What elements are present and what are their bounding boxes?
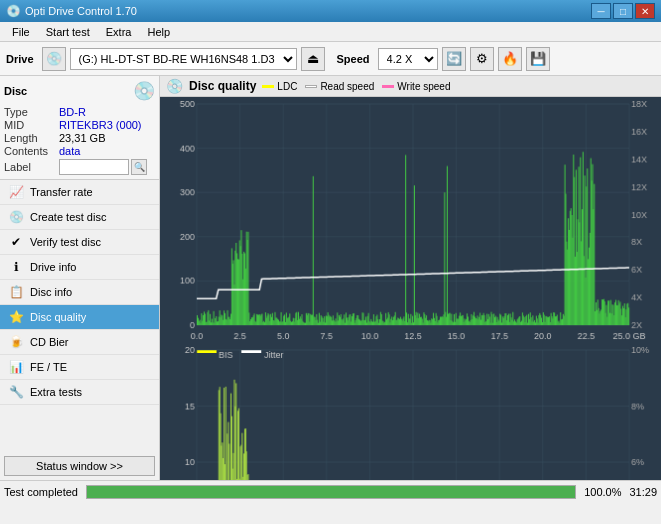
create-test-disc-icon: 💿 [8,210,24,224]
settings-btn[interactable]: ⚙ [470,47,494,71]
disc-label-label: Label [4,161,59,173]
drive-toolbar: Drive 💿 (G:) HL-DT-ST BD-RE WH16NS48 1.D… [0,42,661,76]
fe-te-icon: 📊 [8,360,24,374]
sidebar-nav: 📈 Transfer rate 💿 Create test disc ✔ Ver… [0,180,159,452]
disc-label-input[interactable] [59,159,129,175]
disc-type-value: BD-R [59,106,86,118]
drive-icon-btn[interactable]: 💿 [42,47,66,71]
legend-write-speed: Write speed [382,81,450,92]
status-window-button[interactable]: Status window >> [4,456,155,476]
nav-create-test-disc-label: Create test disc [30,211,106,223]
close-button[interactable]: ✕ [635,3,655,19]
nav-cd-bier-label: CD Bier [30,336,69,348]
legend-ldc: LDC [262,81,297,92]
top-chart [162,99,659,345]
legend-ldc-label: LDC [277,81,297,92]
disc-contents-row: Contents data [4,145,155,157]
nav-transfer-rate[interactable]: 📈 Transfer rate [0,180,159,205]
chart-area: 💿 Disc quality LDC Read speed Write spee… [160,76,661,480]
nav-disc-quality-label: Disc quality [30,311,86,323]
disc-quality-icon: ⭐ [8,310,24,324]
window-controls: ─ □ ✕ [591,3,655,19]
menu-extra[interactable]: Extra [98,24,140,40]
disc-panel-title: Disc [4,85,27,97]
time-label: 31:29 [629,486,657,498]
nav-fe-te-label: FE / TE [30,361,67,373]
menu-file[interactable]: File [4,24,38,40]
menu-help[interactable]: Help [139,24,178,40]
disc-mid-value: RITEKBR3 (000) [59,119,142,131]
drive-select[interactable]: (G:) HL-DT-ST BD-RE WH16NS48 1.D3 [70,48,297,70]
write-speed-color [382,85,394,88]
progress-container [86,485,576,499]
progress-label: 100.0% [584,486,621,498]
nav-disc-info[interactable]: 📋 Disc info [0,280,159,305]
disc-contents-label: Contents [4,145,59,157]
disc-info-icon: 📋 [8,285,24,299]
ldc-color [262,85,274,88]
nav-disc-quality[interactable]: ⭐ Disc quality [0,305,159,330]
disc-type-row: Type BD-R [4,106,155,118]
disc-length-row: Length 23,31 GB [4,132,155,144]
disc-label-row: Label 🔍 [4,159,155,175]
extra-tests-icon: 🔧 [8,385,24,399]
nav-cd-bier[interactable]: 🍺 CD Bier [0,330,159,355]
status-text: Test completed [4,486,78,498]
charts-container [160,97,661,480]
refresh-btn[interactable]: 🔄 [442,47,466,71]
app-icon: 💿 [6,4,21,18]
nav-extra-tests[interactable]: 🔧 Extra tests [0,380,159,405]
nav-disc-info-label: Disc info [30,286,72,298]
disc-length-label: Length [4,132,59,144]
eject-button[interactable]: ⏏ [301,47,325,71]
legend-write-speed-label: Write speed [397,81,450,92]
disc-contents-value: data [59,145,80,157]
disc-mid-label: MID [4,119,59,131]
chart-header-icon: 💿 [166,78,183,94]
legend-read-speed: Read speed [305,81,374,92]
nav-drive-info[interactable]: ℹ Drive info [0,255,159,280]
menu-bar: File Start test Extra Help [0,22,661,42]
maximize-button[interactable]: □ [613,3,633,19]
sidebar: Disc 💿 Type BD-R MID RITEKBR3 (000) Leng… [0,76,160,480]
disc-panel: Disc 💿 Type BD-R MID RITEKBR3 (000) Leng… [0,76,159,180]
nav-drive-info-label: Drive info [30,261,76,273]
disc-type-label: Type [4,106,59,118]
nav-transfer-rate-label: Transfer rate [30,186,93,198]
speed-label: Speed [337,53,370,65]
legend-read-speed-label: Read speed [320,81,374,92]
nav-extra-tests-label: Extra tests [30,386,82,398]
save-btn[interactable]: 💾 [526,47,550,71]
cd-bier-icon: 🍺 [8,335,24,349]
disc-image-icon: 💿 [133,80,155,102]
chart-legend: LDC Read speed Write speed [262,81,450,92]
disc-label-btn[interactable]: 🔍 [131,159,147,175]
main-content: Disc 💿 Type BD-R MID RITEKBR3 (000) Leng… [0,76,661,480]
drive-info-icon: ℹ [8,260,24,274]
window-title: Opti Drive Control 1.70 [25,5,591,17]
disc-mid-row: MID RITEKBR3 (000) [4,119,155,131]
speed-select[interactable]: 4.2 X [378,48,438,70]
status-bar: Test completed 100.0% 31:29 [0,480,661,502]
minimize-button[interactable]: ─ [591,3,611,19]
progress-bar [87,486,575,498]
nav-fe-te[interactable]: 📊 FE / TE [0,355,159,380]
burn-btn[interactable]: 🔥 [498,47,522,71]
menu-start-test[interactable]: Start test [38,24,98,40]
nav-verify-test-disc-label: Verify test disc [30,236,101,248]
title-bar: 💿 Opti Drive Control 1.70 ─ □ ✕ [0,0,661,22]
drive-label: Drive [6,53,34,65]
bottom-chart [162,345,659,480]
verify-test-disc-icon: ✔ [8,235,24,249]
disc-length-value: 23,31 GB [59,132,105,144]
chart-title: Disc quality [189,79,256,93]
chart-header: 💿 Disc quality LDC Read speed Write spee… [160,76,661,97]
read-speed-color [305,85,317,88]
nav-verify-test-disc[interactable]: ✔ Verify test disc [0,230,159,255]
transfer-rate-icon: 📈 [8,185,24,199]
nav-create-test-disc[interactable]: 💿 Create test disc [0,205,159,230]
